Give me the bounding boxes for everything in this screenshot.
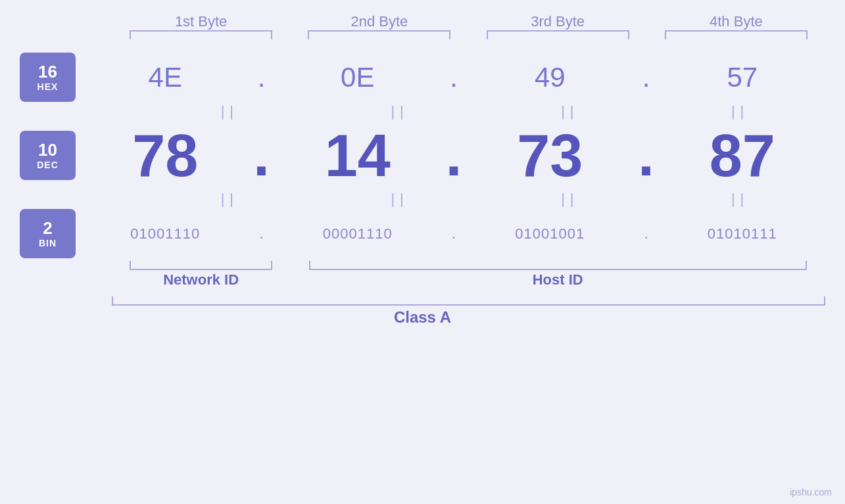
equals-6: ||: [315, 191, 485, 208]
hex-row: 16 HEX 4E . 0E . 49 . 57: [20, 53, 825, 102]
hex-dot-2: .: [441, 62, 467, 93]
bin-values: 01001110 . 00001110 . 01001001 . 0101011…: [82, 225, 825, 242]
bin-val-3: 01001001: [515, 225, 585, 242]
top-brackets: [20, 30, 825, 39]
bin-badge-label: BIN: [39, 238, 57, 248]
bottom-bracket-network: [130, 261, 272, 270]
bin-val-4: 01010111: [708, 225, 777, 242]
equals-1: ||: [145, 103, 315, 120]
hex-dot-1: .: [249, 62, 275, 93]
bin-dot-3: .: [633, 225, 660, 242]
equals-5: ||: [145, 191, 315, 208]
hex-val-3: 49: [535, 62, 566, 93]
main-container: 1st Byte 2nd Byte 3rd Byte 4th Byte 16 H…: [0, 0, 845, 504]
hex-byte-3: 49: [467, 62, 633, 93]
equals-3: ||: [485, 103, 656, 120]
equals-8: ||: [655, 191, 825, 208]
hex-badge-label: HEX: [37, 81, 59, 92]
bin-byte-2: 00001110: [275, 225, 441, 242]
bin-dot-2: .: [441, 225, 467, 242]
hex-badge-num: 16: [38, 62, 57, 81]
equals-row-2: || || || ||: [20, 191, 825, 208]
hex-dot-3: .: [633, 62, 660, 93]
watermark: ipshu.com: [790, 487, 832, 497]
equals-row-1: || || || ||: [20, 103, 825, 120]
bin-byte-1: 01001110: [82, 225, 249, 242]
bottom-labels: Network ID Host ID: [20, 271, 825, 288]
hex-val-4: 57: [727, 62, 758, 93]
bin-byte-4: 01010111: [660, 225, 826, 242]
dec-val-3: 73: [517, 123, 583, 189]
hex-byte-4: 57: [660, 62, 826, 93]
top-bracket-3: [487, 30, 629, 39]
dec-dot-1: .: [249, 122, 275, 189]
dec-values: 78 . 14 . 73 . 87: [82, 122, 825, 189]
bin-dot-1: .: [249, 225, 275, 242]
dec-byte-3: 73: [467, 126, 633, 185]
top-bracket-1: [130, 30, 272, 39]
class-a-label: Class A: [20, 308, 825, 327]
bin-row: 2 BIN 01001110 . 00001110 . 01001001 .: [20, 209, 825, 258]
bracket-cell-3: [469, 30, 647, 39]
bin-val-2: 00001110: [323, 225, 393, 242]
dec-val-4: 87: [710, 123, 775, 189]
byte-label-1: 1st Byte: [112, 13, 290, 30]
bracket-cell-1: [112, 30, 290, 39]
equals-4: ||: [655, 103, 825, 120]
host-bracket: [290, 261, 825, 270]
bin-badge-num: 2: [43, 219, 52, 238]
dec-row: 10 DEC 78 . 14 . 73 . 87: [20, 122, 825, 189]
dec-dot-2: .: [441, 122, 467, 189]
hex-values: 4E . 0E . 49 . 57: [82, 62, 825, 93]
hex-byte-1: 4E: [82, 62, 249, 93]
bottom-bracket-host: [309, 261, 807, 270]
bin-val-1: 01001110: [130, 225, 200, 242]
bottom-section: Network ID Host ID: [20, 261, 825, 294]
byte-label-4: 4th Byte: [647, 13, 825, 30]
hex-byte-2: 0E: [275, 62, 441, 93]
dec-val-2: 14: [325, 123, 391, 189]
top-bracket-2: [308, 30, 450, 39]
class-section: Class A: [20, 296, 825, 327]
hex-badge: 16 HEX: [20, 53, 76, 102]
bin-badge: 2 BIN: [20, 209, 76, 258]
bin-byte-3: 01001001: [467, 225, 633, 242]
equals-spacer-2: [82, 191, 138, 208]
dec-byte-1: 78: [82, 126, 249, 185]
hex-val-1: 4E: [149, 62, 182, 93]
byte-labels-row: 1st Byte 2nd Byte 3rd Byte 4th Byte: [20, 13, 825, 30]
network-bracket: [112, 261, 290, 270]
bottom-brackets: [20, 261, 825, 270]
dec-dot-3: .: [633, 122, 660, 189]
equals-2: ||: [315, 103, 485, 120]
byte-label-2: 2nd Byte: [290, 13, 468, 30]
class-bracket: [112, 296, 825, 306]
equals-spacer-1: [82, 103, 138, 120]
dec-badge-label: DEC: [37, 160, 59, 170]
top-bracket-4: [665, 30, 808, 39]
dec-badge: 10 DEC: [20, 131, 76, 180]
bracket-cell-4: [647, 30, 825, 39]
dec-byte-2: 14: [275, 126, 441, 185]
dec-val-1: 78: [132, 123, 198, 189]
hex-val-2: 0E: [341, 62, 374, 93]
bracket-cell-2: [290, 30, 468, 39]
byte-label-3: 3rd Byte: [469, 13, 647, 30]
equals-7: ||: [485, 191, 656, 208]
host-id-label: Host ID: [290, 271, 825, 288]
dec-badge-num: 10: [38, 141, 57, 160]
network-id-label: Network ID: [112, 271, 290, 288]
dec-byte-4: 87: [660, 126, 826, 185]
